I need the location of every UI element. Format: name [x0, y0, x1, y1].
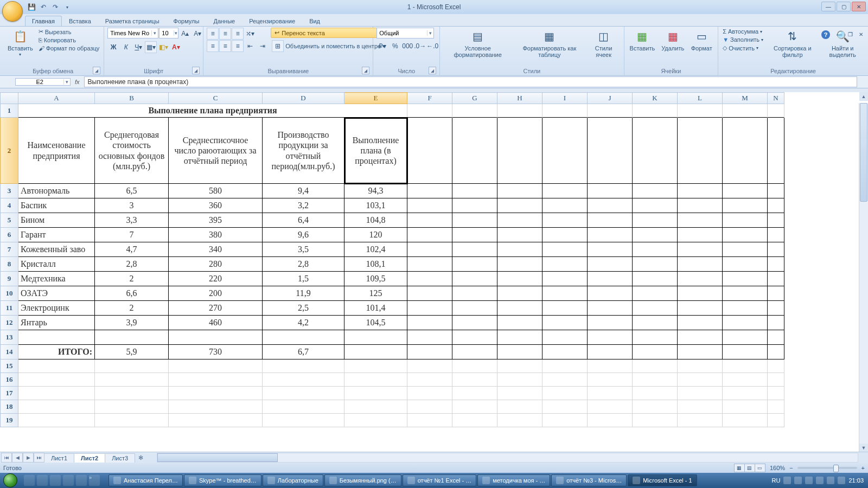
- cell[interactable]: [169, 400, 263, 414]
- row-header[interactable]: 2: [1, 118, 18, 184]
- cell[interactable]: Выполнение плана (в процентах): [344, 118, 407, 184]
- cell[interactable]: [768, 272, 784, 286]
- cell[interactable]: [497, 345, 542, 359]
- cell[interactable]: 220: [169, 272, 263, 286]
- cell[interactable]: 380: [169, 228, 263, 242]
- cell[interactable]: [588, 286, 633, 301]
- cell[interactable]: 730: [169, 345, 263, 359]
- cell[interactable]: ОЗАТЭ: [18, 286, 95, 301]
- cell[interactable]: [452, 316, 497, 330]
- cell[interactable]: [344, 359, 407, 373]
- zoom-level[interactable]: 160%: [770, 465, 785, 471]
- cell[interactable]: [542, 242, 588, 257]
- cell[interactable]: [407, 118, 452, 184]
- cell[interactable]: [18, 400, 95, 414]
- start-button[interactable]: [0, 473, 21, 488]
- cell[interactable]: [497, 184, 542, 198]
- office-button[interactable]: [2, 1, 23, 22]
- column-header[interactable]: E: [344, 93, 407, 104]
- cell[interactable]: [768, 184, 784, 198]
- cell[interactable]: 580: [169, 184, 263, 198]
- tab-home[interactable]: Главная: [25, 16, 62, 26]
- cell[interactable]: [263, 414, 344, 427]
- cell[interactable]: 2,8: [95, 257, 169, 272]
- fill-button[interactable]: ▼Заполнить▾: [722, 36, 764, 43]
- cell[interactable]: [768, 198, 784, 213]
- cell[interactable]: [768, 286, 784, 301]
- tab-formulas[interactable]: Формулы: [167, 16, 207, 26]
- cell[interactable]: [768, 301, 784, 316]
- font-launcher[interactable]: ◢: [192, 67, 200, 74]
- name-box-input[interactable]: [16, 79, 63, 85]
- first-sheet-button[interactable]: ⏮: [1, 453, 12, 463]
- cell[interactable]: [407, 272, 452, 286]
- column-header[interactable]: J: [588, 93, 633, 104]
- cell[interactable]: [497, 316, 542, 330]
- align-right-button[interactable]: ≡: [232, 40, 244, 52]
- cell[interactable]: 120: [344, 228, 407, 242]
- cell[interactable]: [407, 104, 452, 118]
- cell[interactable]: [169, 414, 263, 427]
- tab-insert[interactable]: Вставка: [62, 16, 98, 26]
- cell[interactable]: Бином: [18, 213, 95, 228]
- qat-customize-icon[interactable]: ▾: [62, 2, 73, 12]
- row-header[interactable]: 12: [1, 316, 18, 330]
- taskbar-item[interactable]: отчёт №3 - Micros…: [551, 474, 627, 486]
- cell[interactable]: [723, 387, 768, 400]
- row-header[interactable]: 17: [1, 387, 18, 400]
- column-header[interactable]: L: [678, 93, 723, 104]
- cell[interactable]: 101,4: [344, 301, 407, 316]
- hscroll-thumb[interactable]: [157, 453, 278, 462]
- cell[interactable]: [407, 242, 452, 257]
- cell[interactable]: [768, 257, 784, 272]
- taskbar-item[interactable]: Безымянный.png (…: [324, 474, 401, 486]
- cell[interactable]: [407, 198, 452, 213]
- tab-view[interactable]: Вид: [302, 16, 327, 26]
- cell[interactable]: [768, 373, 784, 387]
- cell[interactable]: [723, 198, 768, 213]
- cell[interactable]: [723, 330, 768, 345]
- ql-icon[interactable]: [50, 475, 61, 486]
- cell[interactable]: [723, 359, 768, 373]
- cell[interactable]: 104,8: [344, 213, 407, 228]
- grow-font-button[interactable]: A▴: [179, 28, 191, 40]
- cell[interactable]: [633, 213, 678, 228]
- cell[interactable]: [633, 330, 678, 345]
- cell[interactable]: 2: [95, 272, 169, 286]
- column-header[interactable]: F: [407, 93, 452, 104]
- row-header[interactable]: 14: [1, 345, 18, 359]
- column-header[interactable]: N: [768, 93, 784, 104]
- row-header[interactable]: 13: [1, 330, 18, 345]
- column-header[interactable]: C: [169, 93, 263, 104]
- format-painter-button[interactable]: 🖌Формат по образцу: [37, 44, 101, 52]
- cell[interactable]: 6,4: [263, 213, 344, 228]
- cell[interactable]: [169, 330, 263, 345]
- percent-button[interactable]: %: [389, 40, 401, 52]
- cell[interactable]: [407, 286, 452, 301]
- cell[interactable]: [633, 118, 678, 184]
- cell[interactable]: [723, 184, 768, 198]
- cell[interactable]: [452, 242, 497, 257]
- format-cells-button[interactable]: ▭Формат: [688, 28, 714, 53]
- row-header[interactable]: 8: [1, 257, 18, 272]
- cell[interactable]: [95, 330, 169, 345]
- cell[interactable]: 340: [169, 242, 263, 257]
- cell[interactable]: [723, 400, 768, 414]
- tray-icon[interactable]: [816, 477, 824, 484]
- cell[interactable]: [407, 387, 452, 400]
- tab-data[interactable]: Данные: [206, 16, 242, 26]
- cell[interactable]: 104,5: [344, 316, 407, 330]
- undo-icon[interactable]: ↶: [38, 2, 49, 12]
- cell[interactable]: 280: [169, 257, 263, 272]
- cell[interactable]: 94,3: [344, 184, 407, 198]
- cell[interactable]: [344, 400, 407, 414]
- align-top-button[interactable]: ≡: [207, 28, 219, 40]
- horizontal-scrollbar[interactable]: [157, 453, 858, 463]
- cell[interactable]: [588, 301, 633, 316]
- cell[interactable]: 6,7: [263, 345, 344, 359]
- cell[interactable]: [497, 414, 542, 427]
- format-as-table-button[interactable]: ▦Форматировать как таблицу: [514, 28, 585, 59]
- column-header[interactable]: D: [263, 93, 344, 104]
- sheet-tab[interactable]: Лист1: [44, 453, 74, 463]
- cell[interactable]: [678, 272, 723, 286]
